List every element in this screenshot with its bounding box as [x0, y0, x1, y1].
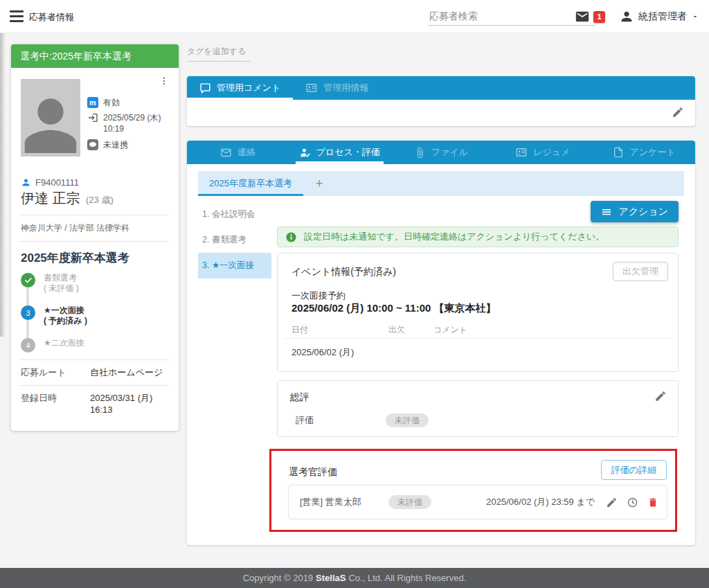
column-attendance: 出欠: [388, 324, 433, 336]
menu-icon[interactable]: [10, 10, 24, 22]
add-tag-input[interactable]: [187, 43, 251, 62]
admin-comment-card: 管理用コメント 管理用情報: [187, 76, 695, 126]
avatar: [21, 79, 80, 157]
admin-tab-bar: 管理用コメント 管理用情報: [187, 76, 695, 100]
reviewer-name: [営業] 営業太郎: [300, 496, 388, 508]
column-date: 日付: [291, 324, 388, 336]
search-field: [428, 7, 595, 26]
tab-label: 管理用情報: [323, 82, 368, 94]
edit-evaluation-pencil-icon[interactable]: [606, 497, 618, 508]
event-table-header: 日付 出欠 コメント: [291, 324, 664, 336]
edit-overall-pencil-icon[interactable]: [654, 390, 667, 402]
paperclip-icon: [414, 147, 426, 159]
tab-contact[interactable]: 連絡: [187, 141, 289, 164]
step-document-screening[interactable]: 2. 書類選考: [198, 227, 271, 253]
notice-alert: 設定日時は未通知です。日時確定連絡はアクションより行ってください。: [277, 226, 679, 247]
overall-evaluation-card: 総評 評価 未評価: [277, 380, 679, 437]
page-title: 応募者情報: [29, 11, 74, 24]
event-info-card: イベント情報(予約済み) 出欠管理 一次面接予約 2025/06/02 (月) …: [277, 253, 679, 372]
process-evaluation-panel: 2025年度新卒本選考 + 1. 会社説明会 2. 書類選考 3. ★一次面接 …: [187, 164, 695, 545]
tab-files[interactable]: ファイル: [391, 141, 492, 164]
reviewer-evaluation-highlighted-section: 選考官評価 評価の詳細 [営業] 営業太郎 未評価 2025/06/02 (月)…: [269, 449, 677, 532]
attendance-button[interactable]: 出欠管理: [613, 262, 668, 281]
add-process-tab-button[interactable]: +: [303, 171, 336, 196]
info-icon: [285, 231, 297, 243]
brand-name: StellaS: [316, 573, 345, 583]
kebab-menu-icon[interactable]: [158, 73, 170, 89]
applicant-card-body: m 有効 2025/05/29 (木) 10:19 未連携: [11, 68, 179, 431]
timeline-step-second-interview: 4 ★二次面接: [21, 338, 168, 353]
process-steps-list: 1. 会社説明会 2. 書類選考 3. ★一次面接: [198, 202, 271, 278]
caret-down-icon: [691, 12, 699, 21]
mail-icon[interactable]: [575, 9, 590, 24]
app-bar: 応募者情報 1 統括管理者: [0, 0, 709, 33]
applicant-name-row: 伊達 正宗 (23 歳): [21, 189, 168, 208]
step-label: 書類選考: [44, 273, 79, 283]
route-label: 応募ルート: [21, 366, 90, 379]
route-value: 自社ホームページ: [90, 366, 163, 379]
tab-admin-info[interactable]: 管理用情報: [293, 76, 381, 100]
id-card-icon: [305, 82, 318, 94]
subtab-label: 2025年度新卒本選考: [209, 177, 292, 190]
column-comment: コメント: [433, 324, 467, 336]
registered-row: 登録日時 2025/03/31 (月) 16:13: [21, 386, 168, 421]
tab-survey[interactable]: アンケート: [593, 141, 695, 164]
step-company-briefing[interactable]: 1. 会社説明会: [198, 202, 271, 227]
screen: 応募者情報 1 統括管理者 選考中:2025年新卒本選考: [0, 0, 709, 588]
tab-label: 管理用コメント: [217, 82, 280, 94]
line-link-status: 未連携: [103, 139, 128, 150]
step-number-circle: 3: [21, 305, 35, 320]
line-icon: [87, 139, 98, 150]
process-subtab-bar: 2025年度新卒本選考 +: [198, 171, 684, 196]
envelope-icon: [220, 147, 232, 159]
applicant-id: F94001111: [35, 177, 79, 188]
reviewer-title: 選考官評価: [289, 466, 337, 479]
subtab-process-2025[interactable]: 2025年度新卒本選考: [198, 171, 303, 196]
tab-label: 連絡: [237, 146, 255, 159]
rating-label: 評価: [296, 414, 386, 427]
event-row-date: 2025/06/02 (月): [291, 346, 354, 359]
event-info-title: イベント情報(予約済み): [291, 266, 396, 278]
selection-status-header: 選考中:2025年新卒本選考: [11, 44, 179, 68]
divider: [285, 338, 671, 339]
action-button[interactable]: アクション: [591, 201, 679, 222]
tab-process-evaluation[interactable]: プロセス・評価: [289, 141, 391, 164]
tab-label: レジュメ: [533, 146, 570, 159]
alert-text: 設定日時は未通知です。日時確定連絡はアクションより行ってください。: [304, 231, 604, 243]
step-label: ★一次面接: [44, 305, 87, 316]
timeline-step-first-interview: 3 ★一次面接 ( 予約済み ): [21, 305, 168, 326]
applicant-id-row: F94001111: [21, 177, 168, 188]
search-input[interactable]: [428, 7, 595, 26]
tag-field: [187, 43, 251, 62]
person-icon: [21, 177, 31, 188]
meta-row-line: 未連携: [87, 139, 168, 150]
id-card-icon: [515, 146, 528, 159]
evaluation-detail-button[interactable]: 評価の詳細: [601, 460, 667, 480]
overall-rating-row: 評価 未評価: [296, 413, 429, 427]
person-check-icon: [299, 147, 311, 159]
event-name: 一次面接予約: [291, 289, 345, 302]
menu-lines-icon: [601, 206, 612, 217]
tab-admin-comment[interactable]: 管理用コメント: [187, 76, 293, 100]
tab-resume[interactable]: レジュメ: [492, 141, 593, 164]
action-button-label: アクション: [618, 206, 668, 218]
content-tab-bar: 連絡 プロセス・評価 ファイル レジュメ アンケート: [187, 141, 695, 164]
evaluation-deadline: 2025/06/02 (月) 23:59 まで: [486, 496, 595, 508]
reviewer-rating-badge: 未評価: [388, 495, 431, 509]
footer: Copyright © 2019 StellaS Co., Ltd. All R…: [0, 568, 709, 588]
edit-comment-pencil-icon[interactable]: [672, 106, 684, 118]
document-icon: [613, 147, 624, 158]
applicant-school: 神奈川大学 / 法学部 法律学科: [21, 215, 168, 241]
delete-trash-icon[interactable]: [647, 497, 658, 508]
mail-count-badge: 1: [593, 11, 605, 23]
deadline-clock-icon[interactable]: [627, 497, 638, 508]
user-icon: [619, 9, 634, 24]
applicant-name: 伊達 正宗: [21, 190, 80, 206]
reviewer-row-actions: [606, 497, 658, 508]
rating-badge: 未評価: [386, 413, 429, 427]
user-name: 統括管理者: [638, 10, 687, 23]
selection-timeline: 書類選考 ( 未評価 ) 3 ★一次面接 ( 予約済み ) 4 ★二次面接: [21, 273, 168, 353]
step-first-interview[interactable]: 3. ★一次面接: [198, 253, 271, 278]
step-sub: ( 未評価 ): [44, 283, 79, 294]
user-menu[interactable]: 統括管理者: [619, 9, 699, 24]
